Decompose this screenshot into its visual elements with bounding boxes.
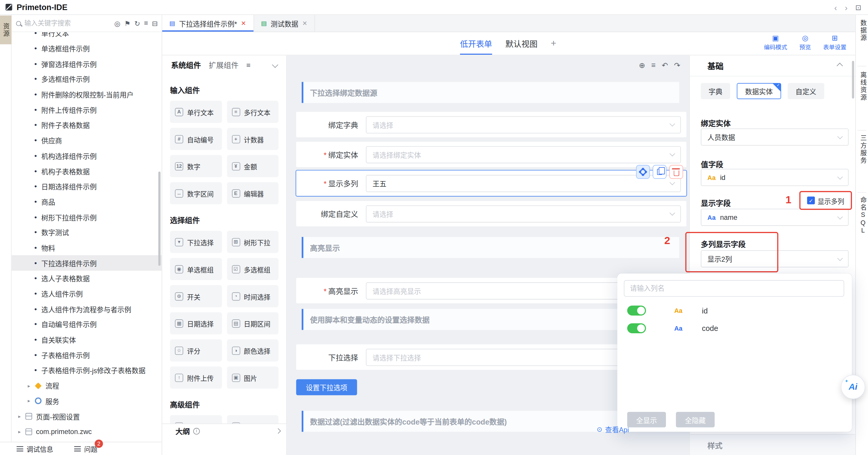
globe-icon[interactable]: ⊕ [639,61,645,70]
expand-arrow-icon[interactable]: ▸ [28,398,33,404]
outline-tree-icon[interactable]: ≡ [651,61,656,70]
display-multicolumn-select[interactable]: 王五 [366,175,681,192]
palette-item[interactable]: ▣图片 [226,366,278,389]
outline-bar[interactable]: 大纲 i [162,424,287,438]
copy-field-button[interactable] [653,165,666,179]
column-search-input[interactable] [630,284,838,292]
add-view-button[interactable]: + [551,38,556,49]
code-mode-button[interactable]: ▣ 编码模式 [764,34,787,51]
field-bind-custom[interactable]: 绑定自定义 请选择 [296,201,686,226]
segment-data-entity-selected[interactable]: 数据实体 [737,83,781,99]
tab-system-components[interactable]: 系统组件 [171,59,201,70]
tree-item[interactable]: •自关联实体 [11,332,162,347]
multicolumn-select[interactable]: 显示2列 [701,250,848,267]
rail-tab-datasource[interactable]: 数据源 [859,20,867,42]
tree-item[interactable]: •选人组件作为流程参与者示例 [11,301,162,317]
tree-item[interactable]: •子表格组件示例-js修改子表格数据 [11,363,162,378]
palette-collapse-icon[interactable] [272,62,278,68]
refresh-icon[interactable]: ↻ [134,19,140,28]
palette-item[interactable]: ⊙开关 [170,285,222,307]
close-tab-icon[interactable]: ✕ [241,20,246,27]
tree-item[interactable]: •附件子表格数据 [11,117,162,133]
palette-item[interactable]: ¥金额 [226,155,278,177]
tree-node-package[interactable]: ▸com.primeton.zwc [11,424,162,439]
palette-item[interactable]: E编辑器 [226,182,278,204]
segment-dictionary[interactable]: 字典 [701,83,730,99]
rail-tab-thirdparty-services[interactable]: 三方服务 [859,134,867,164]
show-all-button[interactable]: 全显示 [627,412,666,427]
collapse-panel-icon[interactable]: ⊟ [152,19,158,28]
hide-all-button[interactable]: 全隐藏 [676,412,715,427]
tree-item-selected[interactable]: •下拉选择组件示例 [11,255,162,271]
palette-item[interactable]: ▤日期区间 [226,312,278,334]
palette-item[interactable]: ◑颜色选择 [226,339,278,362]
palette-item[interactable]: ◔时间选择 [226,285,278,307]
properties-scrollbar[interactable] [852,61,854,98]
tree-node-process[interactable]: ▸流程 [11,378,162,393]
tree-item[interactable]: •选人子表格数据 [11,271,162,286]
sidebar-scrollbar[interactable] [158,172,160,266]
ai-assistant-button[interactable]: Ai [841,375,865,399]
bind-entity-select[interactable]: 人员数据 [701,128,848,146]
tree-item[interactable]: •选人组件示例 [11,286,162,301]
style-section-header[interactable]: 样式 [690,434,856,455]
tree-item[interactable]: •树形下拉组件示例 [11,210,162,225]
tree-item[interactable]: •机构子表格数据 [11,163,162,179]
collapse-section-icon[interactable] [837,62,843,68]
tree-item[interactable]: •物料 [11,240,162,255]
view-tab-lowcode-form[interactable]: 低开表单 [460,32,492,55]
tree-item[interactable]: •弹窗选择组件示例 [11,56,162,71]
palette-item[interactable]: ▾下拉选择 [170,231,222,253]
tree-item[interactable]: •供应商 [11,133,162,148]
problems-button[interactable]: 问题 [74,444,97,454]
field-bind-entity[interactable]: *绑定实体 请选择绑定实体 [296,142,686,167]
rail-tab-named-sql[interactable]: 命名SQL [859,196,867,235]
display-field-select[interactable]: Aa name [701,209,848,226]
editor-tab-active[interactable]: ▤ 下拉选择组件示例* ✕ [162,15,254,32]
expand-arrow-icon[interactable]: ▸ [18,414,23,419]
segment-custom[interactable]: 自定义 [788,83,824,99]
redo-icon[interactable]: ↷ [674,61,680,70]
undo-icon[interactable]: ↶ [662,61,668,70]
palette-menu-icon[interactable]: ≡ [246,61,251,69]
bind-dictionary-select[interactable]: 请选择 [366,116,681,133]
basic-section-header[interactable]: 基础 [690,55,855,76]
locate-icon[interactable]: ◎ [114,19,120,28]
palette-item[interactable]: #自动编号 [170,128,222,150]
palette-item[interactable]: 12数字 [170,155,222,177]
bind-entity-select[interactable]: 请选择绑定实体 [366,146,681,163]
tree-item[interactable]: •附件删除的权限控制-当前用户 [11,87,162,102]
toggle-on-switch[interactable] [627,305,646,315]
editor-tab[interactable]: ▤ 测试数据 ✕ [254,15,315,32]
debug-info-button[interactable]: 调试信息 [17,444,53,454]
view-api-link[interactable]: ⊙ 查看Api [597,424,629,435]
palette-item[interactable]: ↑附件上传 [170,366,222,389]
tab-extension-components[interactable]: 扩展组件 [209,59,239,70]
tree-item[interactable]: •日期选择组件示例 [11,179,162,194]
palette-item[interactable]: ⊞树形下拉 [226,231,278,253]
nav-forward-icon[interactable]: › [845,3,847,12]
tree-item[interactable]: •自动编号组件示例 [11,317,162,332]
expand-arrow-icon[interactable]: ▸ [18,429,23,435]
tree-item[interactable]: •数字测试 [11,225,162,240]
toggle-on-switch[interactable] [627,323,646,333]
save-icon[interactable]: ⊡ [855,3,861,11]
value-field-select[interactable]: Aa id [701,169,848,186]
palette-item[interactable]: A单行文本 [170,101,222,123]
tree-node-page-view[interactable]: ▸页面-视图设置 [11,408,162,424]
resources-rail-tab[interactable]: 资源 [0,16,11,44]
palette-item[interactable]: ☑多选框组 [226,258,278,280]
field-settings-button[interactable] [636,165,650,179]
bind-custom-select[interactable]: 请选择 [366,205,681,222]
palette-item[interactable]: ◉单选框组 [170,258,222,280]
expand-outline-icon[interactable] [275,428,281,434]
palette-item[interactable]: ☆评分 [170,339,222,362]
tree-item[interactable]: •附件上传组件示例 [11,102,162,118]
palette-item[interactable]: ▦日期选择 [170,312,222,334]
form-settings-button[interactable]: ⊞ 表单设置 [823,34,846,51]
close-tab-icon[interactable]: ✕ [302,20,307,27]
display-settings-icon[interactable]: ≡ [144,19,148,28]
milestone-icon[interactable]: ⚑ [124,19,131,28]
palette-item[interactable]: ≡多行文本 [226,101,278,123]
tree-item[interactable]: •机构选择组件示例 [11,148,162,163]
